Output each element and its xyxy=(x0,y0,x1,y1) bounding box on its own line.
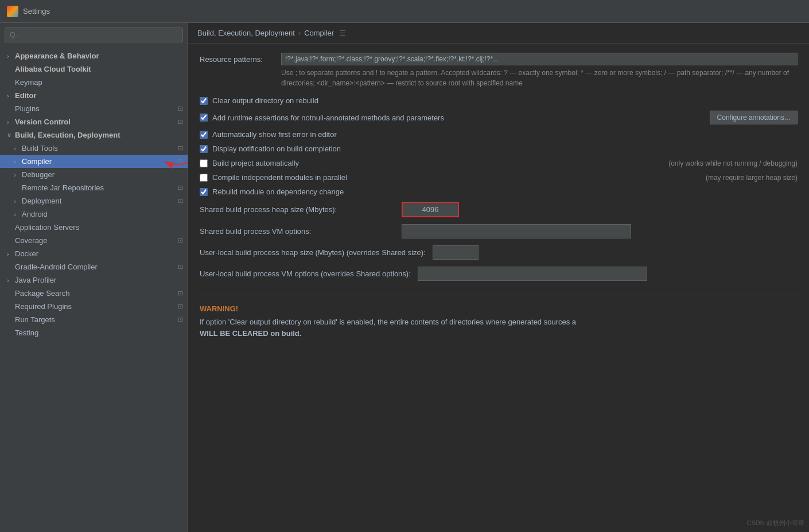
sidebar-item-label: Build Tools xyxy=(22,144,176,152)
sidebar-item-label: Editor xyxy=(15,91,183,100)
sidebar-item-label: Debugger xyxy=(22,170,183,179)
checkbox-compile-parallel: Compile independent modules in parallel … xyxy=(200,173,798,182)
sidebar-item-label: Required Plugins xyxy=(15,302,176,311)
sidebar-item-label: Package Search xyxy=(15,289,176,298)
sidebar-item-build-exec[interactable]: ∨ Build, Execution, Deployment xyxy=(0,128,188,142)
sidebar-item-run-targets[interactable]: Run Targets ⊡ xyxy=(0,313,188,326)
shared-vm-label: Shared build process VM options: xyxy=(200,227,395,236)
pin-icon: ⊡ xyxy=(178,118,183,126)
warning-text-2: WILL BE CLEARED on build. xyxy=(200,328,798,339)
sidebar-item-label: Build, Execution, Deployment xyxy=(15,131,183,139)
sidebar-item-label: Coverage xyxy=(15,236,176,245)
menu-icon[interactable]: ☰ xyxy=(340,29,346,37)
resource-patterns-label: Resource patterns: xyxy=(200,55,274,64)
checkbox-compile-parallel-input[interactable] xyxy=(200,174,208,182)
sidebar-item-compiler[interactable]: › Compiler ⊡ xyxy=(0,155,188,168)
sidebar-item-label: Remote Jar Repositories xyxy=(22,183,176,192)
shared-vm-row: Shared build process VM options: xyxy=(200,224,798,238)
checkbox-build-auto-input[interactable] xyxy=(200,159,208,167)
sidebar-item-label: Docker xyxy=(15,249,183,258)
sidebar-item-remote-jar[interactable]: Remote Jar Repositories ⊡ xyxy=(0,181,188,194)
watermark: CSDN @杭州小哥哥 xyxy=(747,519,804,527)
title-text: Settings xyxy=(23,7,50,15)
sidebar-item-label: Run Targets xyxy=(15,315,176,324)
checkbox-build-auto: Build project automatically (only works … xyxy=(200,159,798,167)
sidebar-item-editor[interactable]: › Editor xyxy=(0,89,188,102)
pin-icon: ⊡ xyxy=(178,263,183,271)
shared-vm-input[interactable] xyxy=(402,224,631,238)
checkbox-build-auto-label: Build project automatically xyxy=(212,159,664,167)
sidebar-item-appearance[interactable]: › Appearance & Behavior xyxy=(0,49,188,62)
search-input[interactable] xyxy=(5,28,183,42)
checkbox-add-runtime: Add runtime assertions for notnull-annot… xyxy=(200,111,798,124)
build-auto-note: (only works while not running / debuggin… xyxy=(668,159,798,167)
arrow-icon: › xyxy=(14,158,22,165)
arrow-icon: › xyxy=(7,92,15,99)
arrow-icon: › xyxy=(7,119,15,126)
pin-icon: ⊡ xyxy=(178,158,183,165)
pin-icon: ⊡ xyxy=(178,303,183,310)
warning-section: WARNING! If option 'Clear output directo… xyxy=(200,295,798,339)
sidebar-item-java-profiler[interactable]: › Java Profiler xyxy=(0,273,188,287)
arrow-icon: › xyxy=(14,198,22,205)
sidebar-item-plugins[interactable]: Plugins ⊡ xyxy=(0,102,188,115)
settings-content: Resource patterns: Use ; to separate pat… xyxy=(188,44,809,532)
sidebar-item-label: Appearance & Behavior xyxy=(15,52,183,60)
checkbox-auto-show-error-input[interactable] xyxy=(200,131,208,139)
checkbox-display-notification-label: Display notification on build completion xyxy=(212,144,798,153)
sidebar-item-version-control[interactable]: › Version Control ⊡ xyxy=(0,115,188,128)
sidebar-item-android[interactable]: › Android xyxy=(0,208,188,221)
sidebar-item-keymap[interactable]: Keymap xyxy=(0,76,188,89)
breadcrumb-parent[interactable]: Build, Execution, Deployment xyxy=(197,29,295,37)
sidebar-item-build-tools[interactable]: › Build Tools ⊡ xyxy=(0,142,188,155)
pin-icon: ⊡ xyxy=(178,105,183,112)
sidebar-item-label: Java Profiler xyxy=(15,276,183,284)
sidebar-item-package-search[interactable]: Package Search ⊡ xyxy=(0,287,188,300)
sidebar-item-alibaba[interactable]: Alibaba Cloud Toolkit xyxy=(0,62,188,76)
content-area: Build, Execution, Deployment › Compiler … xyxy=(188,23,809,532)
checkbox-compile-parallel-label: Compile independent modules in parallel xyxy=(212,173,701,182)
arrow-icon: › xyxy=(7,53,15,60)
checkbox-rebuild-module-input[interactable] xyxy=(200,188,208,196)
sidebar-item-app-servers[interactable]: Application Servers xyxy=(0,221,188,234)
sidebar-item-label: Application Servers xyxy=(15,223,183,232)
sidebar-item-debugger[interactable]: › Debugger xyxy=(0,168,188,181)
pin-icon: ⊡ xyxy=(178,144,183,152)
checkbox-auto-show-error: Automatically show first error in editor xyxy=(200,130,798,139)
sidebar-tree: › Appearance & Behavior Alibaba Cloud To… xyxy=(0,47,188,532)
title-bar: Settings xyxy=(0,0,809,23)
sidebar-item-label: Alibaba Cloud Toolkit xyxy=(15,65,183,73)
sidebar-item-label: Android xyxy=(22,210,183,218)
sidebar-item-deployment[interactable]: › Deployment ⊡ xyxy=(0,194,188,208)
checkbox-display-notification-input[interactable] xyxy=(200,145,208,153)
resource-patterns-input[interactable] xyxy=(281,53,798,65)
sidebar-item-testing[interactable]: Testing xyxy=(0,326,188,339)
checkbox-display-notification: Display notification on build completion xyxy=(200,144,798,153)
checkbox-auto-show-error-label: Automatically show first error in editor xyxy=(212,130,798,139)
arrow-icon: › xyxy=(14,171,22,178)
sidebar-item-docker[interactable]: › Docker xyxy=(0,247,188,260)
user-vm-input[interactable] xyxy=(418,267,647,281)
resource-patterns-help: Use ; to separate patterns and ! to nega… xyxy=(200,68,798,88)
sidebar-item-required-plugins[interactable]: Required Plugins ⊡ xyxy=(0,300,188,313)
breadcrumb-current: Compiler xyxy=(304,29,334,37)
sidebar-item-gradle-android[interactable]: Gradle-Android Compiler ⊡ xyxy=(0,260,188,273)
sidebar-item-coverage[interactable]: Coverage ⊡ xyxy=(0,234,188,247)
checkbox-clear-output: Clear output directory on rebuild xyxy=(200,96,798,105)
shared-heap-input[interactable] xyxy=(402,202,459,217)
sidebar-item-label: Gradle-Android Compiler xyxy=(15,263,176,271)
warning-text-1: If option 'Clear output directory on reb… xyxy=(200,316,798,328)
compile-parallel-note: (may require larger heap size) xyxy=(706,174,798,182)
configure-annotations-button[interactable]: Configure annotations... xyxy=(710,111,798,124)
expand-arrow-icon: ∨ xyxy=(7,131,15,139)
checkbox-clear-output-input[interactable] xyxy=(200,97,208,105)
checkbox-add-runtime-label: Add runtime assertions for notnull-annot… xyxy=(212,114,698,122)
sidebar-item-label: Version Control xyxy=(15,118,176,126)
pin-icon: ⊡ xyxy=(178,237,183,244)
checkbox-add-runtime-input[interactable] xyxy=(200,114,208,122)
checkbox-rebuild-module-label: Rebuild module on dependency change xyxy=(212,187,798,196)
arrow-icon: › xyxy=(7,251,15,257)
user-heap-input[interactable] xyxy=(433,245,479,260)
sidebar-item-label: Compiler xyxy=(22,157,176,166)
pin-icon: ⊡ xyxy=(178,197,183,205)
